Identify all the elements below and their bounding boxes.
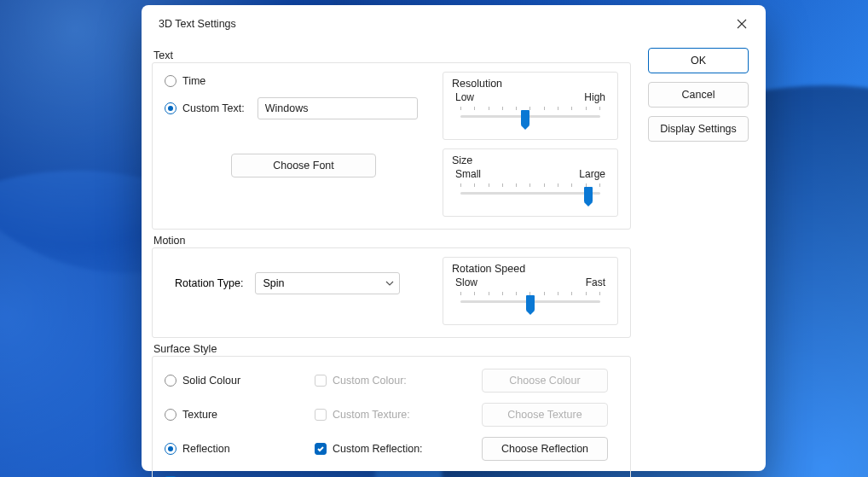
speed-frame: Rotation Speed Slow Fast bbox=[443, 257, 618, 325]
radio-solid[interactable] bbox=[165, 375, 176, 387]
chevron-down-icon bbox=[385, 279, 394, 288]
radio-time-row[interactable]: Time bbox=[165, 75, 427, 87]
window-title: 3D Text Settings bbox=[159, 18, 730, 30]
speed-slider[interactable] bbox=[452, 290, 609, 312]
resolution-low-label: Low bbox=[455, 91, 474, 103]
size-title: Size bbox=[452, 154, 609, 166]
dialog-3d-text-settings: 3D Text Settings Text Time Custom bbox=[142, 5, 766, 471]
size-thumb[interactable] bbox=[584, 187, 593, 202]
group-label-text: Text bbox=[153, 49, 631, 61]
display-settings-button[interactable]: Display Settings bbox=[648, 116, 749, 142]
speed-title: Rotation Speed bbox=[452, 263, 609, 275]
resolution-slider[interactable] bbox=[452, 105, 609, 127]
radio-texture[interactable] bbox=[165, 409, 176, 421]
size-frame: Size Small Large bbox=[443, 148, 618, 217]
radio-texture-row[interactable]: Texture bbox=[165, 409, 310, 421]
choose-texture-button: Choose Texture bbox=[482, 403, 608, 427]
speed-fast-label: Fast bbox=[586, 276, 605, 288]
check-custom-reflection[interactable] bbox=[315, 443, 327, 455]
radio-solid-row[interactable]: Solid Colour bbox=[165, 375, 310, 387]
check-custom-reflection-label: Custom Reflection: bbox=[333, 443, 423, 455]
radio-reflection[interactable] bbox=[165, 443, 176, 455]
resolution-title: Resolution bbox=[452, 78, 609, 90]
close-button[interactable] bbox=[730, 12, 754, 36]
size-slider[interactable] bbox=[452, 182, 609, 204]
check-custom-texture-label: Custom Texture: bbox=[333, 409, 410, 421]
resolution-thumb[interactable] bbox=[521, 110, 529, 125]
group-surface: Solid Colour Custom Colour: Choose Colou… bbox=[152, 356, 631, 477]
close-icon bbox=[737, 19, 747, 29]
ok-button[interactable]: OK bbox=[648, 48, 749, 73]
checkmark-icon bbox=[316, 445, 325, 453]
custom-text-input[interactable] bbox=[258, 97, 418, 119]
radio-time[interactable] bbox=[165, 75, 176, 87]
group-motion: Rotation Type: Spin Rotation Speed Slow … bbox=[152, 247, 631, 338]
choose-font-button[interactable]: Choose Font bbox=[231, 154, 376, 177]
resolution-high-label: High bbox=[584, 91, 605, 103]
radio-time-label: Time bbox=[182, 75, 205, 87]
choose-colour-button: Choose Colour bbox=[482, 369, 608, 393]
radio-custom[interactable] bbox=[165, 102, 176, 114]
check-custom-reflection-row[interactable]: Custom Reflection: bbox=[315, 443, 477, 455]
group-text: Time Custom Text: Choose Font Resolution bbox=[152, 62, 631, 230]
radio-texture-label: Texture bbox=[182, 409, 217, 421]
radio-solid-label: Solid Colour bbox=[182, 375, 240, 387]
check-custom-colour-row: Custom Colour: bbox=[315, 375, 477, 387]
rotation-type-value: Spin bbox=[263, 277, 284, 289]
radio-reflection-label: Reflection bbox=[182, 443, 230, 455]
group-label-surface: Surface Style bbox=[153, 343, 631, 355]
rotation-type-select[interactable]: Spin bbox=[255, 272, 400, 294]
rotation-type-label: Rotation Type: bbox=[175, 277, 243, 289]
speed-thumb[interactable] bbox=[526, 295, 535, 311]
radio-reflection-row[interactable]: Reflection bbox=[165, 443, 310, 455]
cancel-button[interactable]: Cancel bbox=[648, 82, 749, 108]
titlebar: 3D Text Settings bbox=[142, 5, 766, 41]
speed-slow-label: Slow bbox=[455, 276, 477, 288]
resolution-frame: Resolution Low High bbox=[443, 72, 618, 140]
group-label-motion: Motion bbox=[153, 235, 631, 247]
check-custom-colour-label: Custom Colour: bbox=[333, 375, 407, 387]
check-custom-colour bbox=[315, 375, 327, 387]
radio-custom-row[interactable]: Custom Text: bbox=[165, 97, 427, 119]
check-custom-texture-row: Custom Texture: bbox=[315, 409, 477, 421]
check-custom-texture bbox=[315, 409, 327, 421]
radio-custom-label: Custom Text: bbox=[182, 102, 245, 114]
size-small-label: Small bbox=[455, 168, 481, 180]
choose-reflection-button[interactable]: Choose Reflection bbox=[482, 437, 608, 461]
size-large-label: Large bbox=[579, 168, 605, 180]
